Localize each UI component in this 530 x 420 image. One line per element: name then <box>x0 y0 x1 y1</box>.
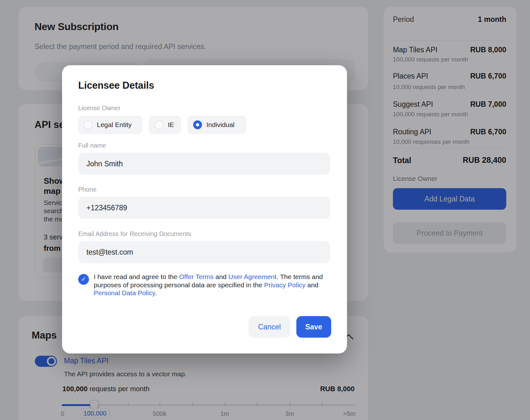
modal-title: Licensee Details <box>78 80 154 91</box>
privacy-policy-link[interactable]: Privacy Policy <box>264 281 306 289</box>
save-button[interactable]: Save <box>296 316 331 338</box>
email-label: Email Address for Receiving Documents <box>78 230 191 238</box>
radio-label: Legal Entity <box>97 121 132 129</box>
license-owner-label: License Owner <box>78 105 120 112</box>
agreement-text: I have read and agree to the Offer Terms… <box>94 273 331 297</box>
page: { "colors": { "accent": "#2d63e3", "over… <box>0 0 530 420</box>
offer-terms-link[interactable]: Offer Terms <box>179 273 214 280</box>
personal-data-policy-link[interactable]: Personal Data Policy <box>94 289 155 296</box>
radio-option-individual[interactable]: Individual <box>188 116 246 134</box>
radio-option-legal-entity[interactable]: Legal Entity <box>78 116 142 134</box>
full-name-label: Full name <box>78 142 106 149</box>
radio-label: Individual <box>206 121 235 129</box>
user-agreement-link[interactable]: User Agreement <box>228 273 276 280</box>
full-name-field[interactable]: John Smith <box>78 153 330 175</box>
agreement-checkbox[interactable]: ✓ <box>78 274 89 285</box>
radio-option-ie[interactable]: IE <box>149 116 181 134</box>
radio-icon <box>155 120 163 129</box>
check-icon: ✓ <box>81 276 86 283</box>
licensee-details-modal: Licensee Details License Owner Legal Ent… <box>62 65 347 353</box>
email-field[interactable]: test@test.com <box>78 241 330 263</box>
cancel-button[interactable]: Cancel <box>249 316 290 338</box>
radio-icon <box>84 120 92 129</box>
license-owner-options: Legal Entity IE Individual <box>78 116 246 134</box>
phone-field[interactable]: +123456789 <box>78 197 330 219</box>
phone-label: Phone <box>78 186 97 193</box>
radio-selected-icon <box>193 120 202 129</box>
radio-label: IE <box>168 121 174 129</box>
